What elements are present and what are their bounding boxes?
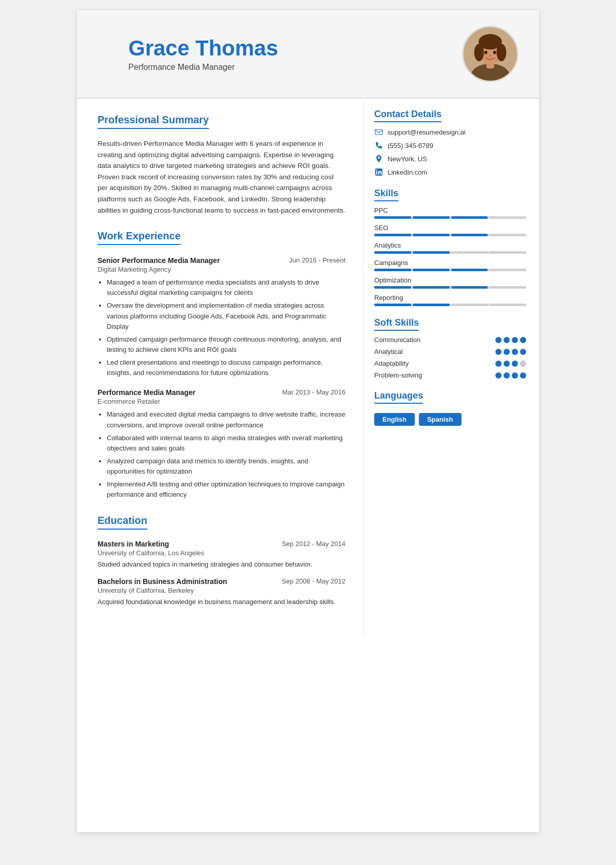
edu-school: University of California, Los Angeles bbox=[98, 549, 345, 557]
edu-dates: Sep 2012 - May 2014 bbox=[282, 540, 345, 548]
svg-rect-11 bbox=[375, 129, 382, 135]
skill-dot bbox=[520, 372, 526, 379]
skill-dot bbox=[495, 349, 502, 355]
svg-point-9 bbox=[493, 51, 496, 54]
edu-container: Masters in Marketing Sep 2012 - May 2014… bbox=[98, 540, 345, 607]
jobs-container: Senior Performance Media Manager Jun 201… bbox=[98, 256, 345, 500]
skill-bar-segment bbox=[374, 304, 411, 306]
job-title: Performance Media Manager bbox=[98, 388, 196, 397]
skill-bar-segment bbox=[413, 304, 450, 306]
skill-dot bbox=[504, 361, 510, 367]
skill-dot bbox=[495, 372, 502, 379]
skill-dots bbox=[495, 361, 526, 367]
skill-bar-segment bbox=[489, 269, 526, 271]
skill-bar-segment bbox=[451, 234, 488, 236]
skill-item: Campaigns bbox=[374, 259, 526, 271]
edu-header: Bachelors in Business Administration Sep… bbox=[98, 577, 345, 586]
skill-bar-segment bbox=[451, 286, 488, 289]
job-bullet: Implemented A/B testing and other optimi… bbox=[107, 479, 345, 500]
skill-bar-segment bbox=[451, 304, 488, 306]
lang-container: EnglishSpanish bbox=[374, 413, 526, 426]
soft-skill-item: Communication bbox=[374, 336, 526, 344]
skill-name: SEO bbox=[374, 224, 526, 232]
soft-skill-item: Analytical bbox=[374, 348, 526, 355]
job-title: Senior Performance Media Manager bbox=[98, 256, 220, 265]
soft-skills-container: CommunicationAnalyticalAdaptabilityProbl… bbox=[374, 336, 526, 379]
languages-title: Languages bbox=[374, 390, 423, 404]
skill-dot bbox=[520, 361, 526, 367]
skill-name: Reporting bbox=[374, 294, 526, 302]
skill-item: SEO bbox=[374, 224, 526, 236]
job-block: Performance Media Manager Mar 2013 - May… bbox=[98, 388, 345, 500]
skill-dots bbox=[495, 372, 526, 379]
svg-point-10 bbox=[489, 54, 491, 57]
phone-icon bbox=[374, 141, 383, 150]
job-company: E-commerce Retailer bbox=[98, 398, 345, 405]
soft-skill-name: Problem-solving bbox=[374, 371, 422, 379]
edu-dates: Sep 2008 - May 2012 bbox=[282, 577, 345, 586]
skill-bar bbox=[374, 304, 526, 306]
edu-degree: Masters in Marketing bbox=[98, 540, 169, 548]
header: Grace Thomas Performance Media Manager bbox=[77, 10, 539, 99]
work-experience-section: Work Experience Senior Performance Media… bbox=[98, 230, 345, 500]
skill-item: Analytics bbox=[374, 241, 526, 254]
job-bullet: Analyzed campaign data and metrics to id… bbox=[107, 456, 345, 477]
contact-value: NewYork, US bbox=[388, 155, 427, 163]
avatar bbox=[462, 26, 518, 82]
skill-dot bbox=[495, 361, 502, 367]
skill-bar-segment bbox=[489, 304, 526, 306]
skill-bar-segment bbox=[374, 251, 411, 254]
work-experience-title: Work Experience bbox=[98, 230, 181, 245]
main-content: Professional Summary Results-driven Perf… bbox=[77, 99, 539, 637]
soft-skill-item: Problem-solving bbox=[374, 371, 526, 379]
svg-point-14 bbox=[376, 170, 377, 171]
skill-bar-segment bbox=[374, 269, 411, 271]
skill-item: PPC bbox=[374, 206, 526, 219]
skill-bar-segment bbox=[413, 251, 450, 254]
candidate-title: Performance Media Manager bbox=[128, 63, 235, 72]
contact-item-location: NewYork, US bbox=[374, 154, 526, 163]
skill-dot bbox=[512, 372, 518, 379]
skills-title: Skills bbox=[374, 188, 398, 201]
email-icon bbox=[374, 127, 383, 137]
location-icon bbox=[374, 154, 383, 163]
skill-dots bbox=[495, 349, 526, 355]
contact-item-email: support@resumedesign.ai bbox=[374, 127, 526, 137]
skill-bar-segment bbox=[489, 234, 526, 236]
job-bullet: Managed a team of performance media spec… bbox=[107, 277, 345, 298]
skill-bar-segment bbox=[451, 269, 488, 271]
skill-bar-segment bbox=[374, 286, 411, 289]
soft-skills-section: Soft Skills CommunicationAnalyticalAdapt… bbox=[374, 317, 526, 379]
skill-bar bbox=[374, 216, 526, 219]
language-badge: English bbox=[374, 413, 415, 426]
soft-skill-name: Analytical bbox=[374, 348, 403, 355]
language-badge: Spanish bbox=[419, 413, 461, 426]
linkedin-icon bbox=[374, 167, 383, 177]
job-bullet: Optimized campaign performance through c… bbox=[107, 334, 345, 355]
resume-wrapper: Grace Thomas Performance Media Manager bbox=[77, 10, 539, 832]
skill-name: Campaigns bbox=[374, 259, 526, 267]
avatar-image bbox=[464, 27, 517, 81]
right-column: Contact Details support@resumedesign.ai(… bbox=[363, 99, 539, 637]
contact-container: support@resumedesign.ai(555) 345-6789New… bbox=[374, 127, 526, 177]
summary-title: Professional Summary bbox=[98, 114, 209, 129]
skill-item: Reporting bbox=[374, 294, 526, 306]
job-dates: Jun 2016 - Present bbox=[289, 256, 345, 264]
soft-skill-item: Adaptability bbox=[374, 360, 526, 367]
contact-section: Contact Details support@resumedesign.ai(… bbox=[374, 109, 526, 177]
skill-dot bbox=[512, 349, 518, 355]
skill-dot bbox=[504, 337, 510, 343]
skill-bar-segment bbox=[489, 216, 526, 219]
skill-bar-segment bbox=[413, 286, 450, 289]
contact-item-phone: (555) 345-6789 bbox=[374, 141, 526, 150]
svg-point-8 bbox=[485, 51, 488, 54]
svg-rect-13 bbox=[376, 171, 377, 175]
edu-description: Studied advanced topics in marketing str… bbox=[98, 559, 345, 570]
skill-bar-segment bbox=[413, 269, 450, 271]
job-bullet: Oversaw the development and implementati… bbox=[107, 300, 345, 331]
contact-item-linkedin: LinkedIn.com bbox=[374, 167, 526, 177]
skills-container: PPC SEO Analytics Campaigns Optimization… bbox=[374, 206, 526, 306]
summary-section: Professional Summary Results-driven Perf… bbox=[98, 114, 345, 216]
skill-bar-segment bbox=[413, 216, 450, 219]
skill-item: Optimization bbox=[374, 276, 526, 289]
